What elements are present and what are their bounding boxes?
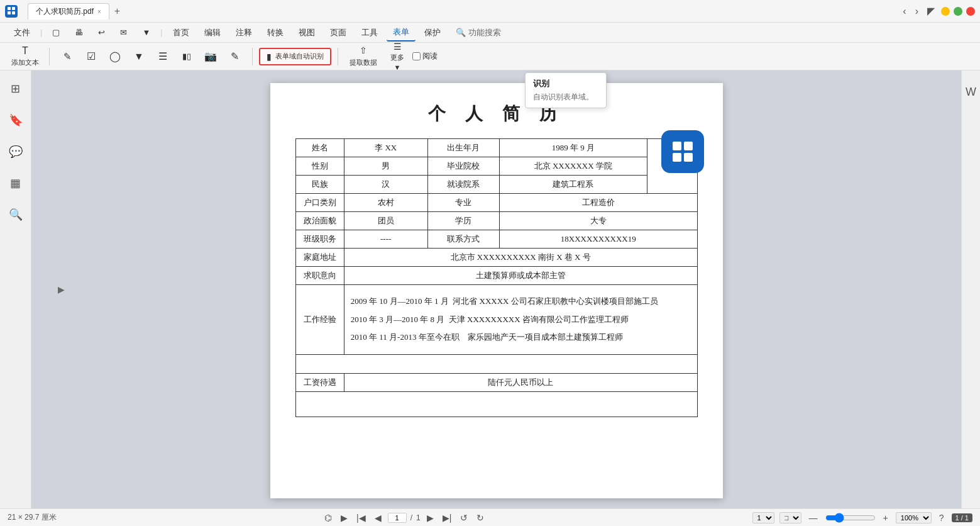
right-sidebar-icon[interactable]: W — [963, 83, 979, 101]
value-birth: 1989 年 9 月 — [500, 139, 647, 157]
form-tool-sign[interactable]: ✎ — [223, 48, 246, 64]
svg-rect-1 — [12, 7, 15, 10]
extract-data-button[interactable]: ⇧ 提取数据 — [344, 43, 382, 70]
menu-file[interactable]: 文件 — [8, 25, 36, 41]
value-work-exp: 2009 年 10 月—2010 年 1 月 河北省 XXXXX 公司石家庄职教… — [344, 285, 697, 355]
menu-dropdown[interactable]: ▼ — [136, 25, 157, 40]
table-row: 民族 汉 就读院系 建筑工程系 — [295, 176, 697, 194]
sign-icon: ✎ — [231, 50, 239, 62]
next-page-button[interactable]: ▶ — [424, 512, 436, 524]
tab-close-button[interactable]: × — [97, 8, 101, 15]
menu-form[interactable]: 表单 — [387, 24, 416, 42]
table-row: 班级职务 ---- 联系方式 18XXXXXXXXXX19 — [295, 230, 697, 249]
sidebar-search-icon[interactable]: 🔍 — [5, 204, 26, 225]
content-area[interactable]: ▶ 个 人 简 历 姓名 李 XX 出生年月 1989 — [31, 70, 961, 508]
separator-2 — [252, 48, 253, 65]
tab-label: 个人求职简历.pdf — [36, 6, 94, 17]
left-sidebar: ⊞ 🔖 💬 ▦ 🔍 — [0, 70, 31, 508]
auto-recognize-button[interactable]: ▮ 表单域自动识别 — [259, 48, 331, 65]
maximize-button[interactable] — [954, 7, 962, 16]
read-mode-checkbox[interactable]: 阅读 — [412, 51, 438, 62]
form-tool-1[interactable]: ✎ — [56, 49, 79, 64]
first-page-button[interactable]: |◀ — [354, 512, 368, 524]
menu-undo[interactable]: ↩ — [92, 25, 111, 40]
menu-convert[interactable]: 转换 — [261, 25, 290, 41]
menu-function-search[interactable]: 🔍 功能搜索 — [449, 25, 507, 41]
nav-back-button[interactable]: ‹ — [900, 4, 908, 18]
menu-print[interactable]: 🖶 — [69, 25, 89, 40]
empty-row — [295, 354, 697, 373]
table-row: 工资待遇 陆仟元人民币以上 — [295, 373, 697, 391]
prev-page-button[interactable]: ◀ — [372, 512, 384, 524]
app-icon — [5, 5, 18, 18]
zoom-level-select[interactable]: 100% — [896, 512, 932, 523]
form-tool-barcode[interactable]: ▮▯ — [175, 50, 198, 63]
radio-icon: ◯ — [109, 50, 121, 62]
window-tile-button[interactable]: ◤ — [925, 4, 937, 18]
add-text-button[interactable]: T 添加文本 — [8, 43, 43, 69]
more-button[interactable]: ☰ 更多 ▼ — [386, 40, 409, 73]
collapse-arrow[interactable]: ▶ — [58, 284, 65, 294]
app-icon-inner — [7, 6, 16, 16]
form-tool-checkbox[interactable]: ☑ — [80, 48, 102, 64]
add-text-group: T 添加文本 — [8, 43, 43, 69]
rotate-ccw-button[interactable]: ↺ — [458, 512, 470, 524]
auto-recognize-icon: ▮ — [267, 52, 272, 62]
last-page-button[interactable]: ▶| — [440, 512, 454, 524]
menu-annotation[interactable]: 注释 — [229, 25, 258, 41]
menu-page[interactable]: 页面 — [324, 25, 353, 41]
separator-3 — [338, 48, 338, 65]
menu-home[interactable]: 首页 — [167, 25, 195, 41]
label-hukou: 户口类别 — [295, 194, 344, 212]
rotate-cw-button[interactable]: ↻ — [474, 512, 487, 524]
form-tool-image[interactable]: 📷 — [199, 48, 222, 64]
read-mode-input[interactable] — [412, 52, 421, 60]
svg-rect-3 — [12, 11, 15, 14]
extract-data-label: 提取数据 — [350, 58, 377, 67]
zoom-out-button[interactable]: — — [807, 512, 820, 524]
form-tool-listbox[interactable]: ☰ — [151, 48, 174, 64]
barcode-icon: ▮▯ — [182, 52, 191, 61]
menu-edit[interactable]: 编辑 — [198, 25, 227, 41]
menu-email[interactable]: ✉ — [114, 25, 133, 40]
table-row: 户口类别 农村 专业 工程造价 — [295, 194, 697, 212]
fit-mode-select[interactable]: □ — [779, 512, 801, 523]
form-tool-dropdown[interactable]: ▼ — [128, 49, 150, 64]
view-mode-select[interactable]: 1 — [752, 512, 774, 523]
sidebar-thumbnail-icon[interactable]: ⊞ — [7, 78, 24, 99]
cursor-tool-button[interactable]: ⌬ — [322, 512, 334, 524]
sidebar-bookmark-icon[interactable]: 🔖 — [5, 109, 26, 131]
menu-toolbar-icon1[interactable]: ▢ — [46, 25, 66, 40]
sidebar-comment-icon[interactable]: 💬 — [5, 141, 26, 162]
nav-forward-button[interactable]: › — [913, 4, 921, 18]
title-bar-left: 个人求职简历.pdf × + — [5, 3, 125, 20]
help-button[interactable]: ? — [937, 512, 947, 524]
close-button[interactable] — [966, 7, 975, 16]
menu-protect[interactable]: 保护 — [418, 25, 447, 41]
page-number-input[interactable] — [388, 513, 407, 523]
zoom-slider[interactable] — [825, 513, 876, 523]
page-count-badge: 1 / 1 — [952, 513, 972, 522]
value-salary: 陆仟元人民币以上 — [344, 373, 697, 391]
pdf-tab[interactable]: 个人求职简历.pdf × — [28, 3, 109, 20]
zoom-in-button[interactable]: + — [881, 512, 891, 524]
value-school: 北京 XXXXXXX 学院 — [500, 157, 647, 176]
form-tool-radio[interactable]: ◯ — [104, 48, 126, 64]
pdf-page: 个 人 简 历 姓名 李 XX 出生年月 1989 年 9 月 性别 男 毕业院… — [270, 83, 723, 498]
select-tool-button[interactable]: ▶ — [338, 512, 350, 524]
menu-tools[interactable]: 工具 — [355, 25, 384, 41]
pdf-app-overlay-icon — [661, 130, 704, 173]
table-row: 姓名 李 XX 出生年月 1989 年 9 月 — [295, 139, 697, 157]
table-row: 求职意向 土建预算师或成本部主管 — [295, 267, 697, 285]
add-text-label: 添加文本 — [11, 58, 39, 67]
minimize-button[interactable] — [941, 7, 950, 16]
label-contact: 联系方式 — [427, 230, 500, 249]
search-icon: 🔍 — [456, 28, 466, 37]
menu-view[interactable]: 视图 — [292, 25, 321, 41]
total-pages: 1 — [416, 513, 421, 522]
sidebar-layers-icon[interactable]: ▦ — [6, 172, 25, 194]
new-tab-button[interactable]: + — [109, 3, 125, 20]
image-icon: 📷 — [204, 50, 217, 62]
main-area: ⊞ 🔖 💬 ▦ 🔍 ▶ 个 人 简 历 — [0, 70, 980, 508]
title-bar: 个人求职简历.pdf × + ‹ › ◤ — [0, 0, 980, 23]
